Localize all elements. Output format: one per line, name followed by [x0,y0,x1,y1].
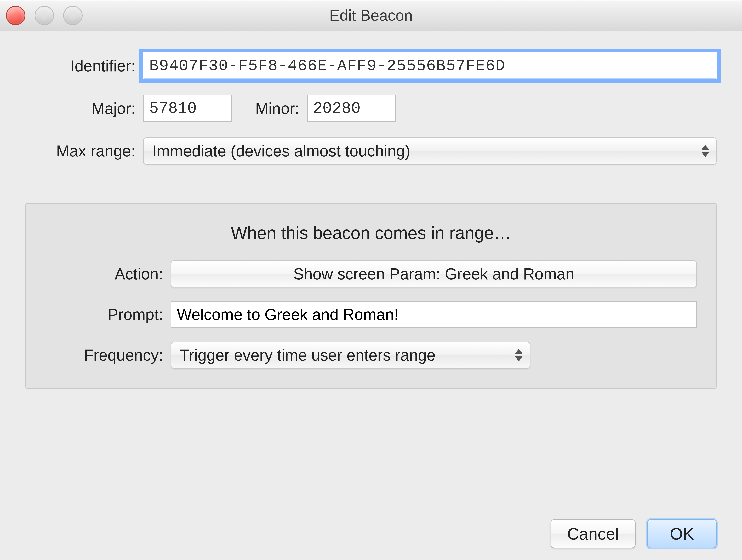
ok-button[interactable]: OK [647,519,717,548]
identifier-input[interactable] [143,52,717,80]
frequency-row: Frequency: Trigger every time user enter… [45,342,697,369]
identifier-row: Identifier: [25,52,717,80]
minimize-window-button[interactable] [35,6,54,25]
window-title: Edit Beacon [0,7,742,24]
frequency-label: Frequency: [45,346,171,364]
cancel-button-label: Cancel [567,524,619,543]
action-row: Action: Show screen Param: Greek and Rom… [45,260,697,288]
major-label: Major: [25,99,143,117]
updown-arrows-icon [513,346,525,364]
minor-input[interactable] [307,95,396,122]
prompt-label: Prompt: [45,305,171,323]
dialog-body: Identifier: Major: Minor: Max range: Imm… [0,31,742,560]
cancel-button[interactable]: Cancel [550,519,636,548]
maxrange-row: Max range: Immediate (devices almost tou… [25,138,717,164]
major-input[interactable] [143,95,232,122]
action-button[interactable]: Show screen Param: Greek and Roman [171,260,697,288]
dialog-footer: Cancel OK [25,498,717,548]
identifier-label: Identifier: [25,57,143,75]
prompt-row: Prompt: [45,301,697,328]
frequency-select[interactable]: Trigger every time user enters range [171,342,530,369]
maxrange-select[interactable]: Immediate (devices almost touching) [143,138,717,164]
window-controls [6,6,83,25]
maxrange-selected-value: Immediate (devices almost touching) [152,142,410,160]
ok-button-label: OK [670,524,694,543]
minor-label: Minor: [232,99,307,117]
zoom-window-button[interactable] [63,6,83,25]
prompt-input[interactable] [171,301,697,328]
maxrange-label: Max range: [25,142,143,160]
major-minor-row: Major: Minor: [25,95,717,122]
group-title: When this beacon comes in range… [45,223,697,243]
action-label: Action: [45,265,171,283]
action-value: Show screen Param: Greek and Roman [293,265,574,283]
titlebar: Edit Beacon [0,0,742,31]
close-window-button[interactable] [6,6,25,25]
edit-beacon-window: Edit Beacon Identifier: Major: Minor: Ma… [0,0,742,560]
updown-arrows-icon [699,142,711,160]
frequency-selected-value: Trigger every time user enters range [180,346,435,364]
in-range-group: When this beacon comes in range… Action:… [25,203,717,389]
